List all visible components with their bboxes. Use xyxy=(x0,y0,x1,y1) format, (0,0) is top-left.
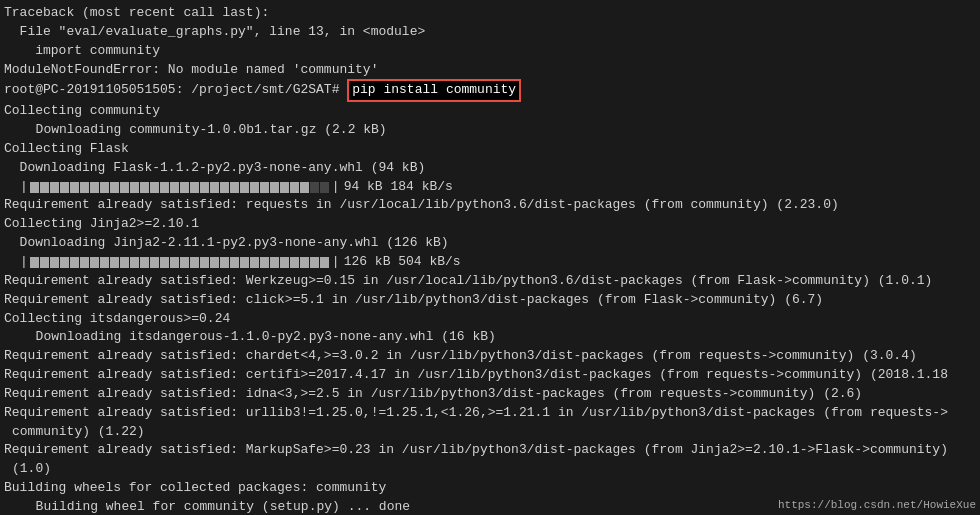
progress-block xyxy=(50,257,59,268)
progress-block xyxy=(60,182,69,193)
terminal-line: Requirement already satisfied: chardet<4… xyxy=(4,347,976,366)
terminal-line: Traceback (most recent call last): xyxy=(4,4,976,23)
progress-block xyxy=(290,257,299,268)
progress-block xyxy=(80,182,89,193)
progress-block xyxy=(80,257,89,268)
progress-block xyxy=(250,257,259,268)
progress-text-line: Downloading Flask-1.1.2-py2.py3-none-any… xyxy=(4,159,976,178)
terminal-line: import community xyxy=(4,42,976,61)
progress-block xyxy=(90,182,99,193)
progress-block xyxy=(210,257,219,268)
terminal-line: File "eval/evaluate_graphs.py", line 13,… xyxy=(4,23,976,42)
terminal-window: Traceback (most recent call last): File … xyxy=(0,0,980,515)
progress-block xyxy=(280,257,289,268)
terminal-line: Requirement already satisfied: Werkzeug>… xyxy=(4,272,976,291)
progress-block xyxy=(130,257,139,268)
progress-block xyxy=(220,182,229,193)
progress-block xyxy=(230,257,239,268)
progress-text-line: Downloading Jinja2-2.11.1-py2.py3-none-a… xyxy=(4,234,976,253)
progress-block xyxy=(140,182,149,193)
progress-block xyxy=(150,182,159,193)
progress-block xyxy=(160,257,169,268)
progress-block xyxy=(190,257,199,268)
terminal-line: Collecting community xyxy=(4,102,976,121)
terminal-line-indent: Downloading community-1.0.0b1.tar.gz (2.… xyxy=(4,121,976,140)
progress-block xyxy=(90,257,99,268)
terminal-line: Collecting Jinja2>=2.10.1 xyxy=(4,215,976,234)
progress-suffix: 94 kB 184 kB/s xyxy=(344,178,453,197)
progress-block xyxy=(30,182,39,193)
terminal-line: Requirement already satisfied: urllib3!=… xyxy=(4,404,976,423)
progress-block xyxy=(310,257,319,268)
progress-block xyxy=(140,257,149,268)
terminal-line: Requirement already satisfied: requests … xyxy=(4,196,976,215)
terminal-line-indent: Downloading itsdangerous-1.1.0-py2.py3-n… xyxy=(4,328,976,347)
progress-block xyxy=(320,257,329,268)
progress-block xyxy=(110,182,119,193)
progress-block xyxy=(170,257,179,268)
watermark: https://blog.csdn.net/HowieXue xyxy=(778,499,976,511)
progress-bar-row: || 94 kB 184 kB/s xyxy=(4,178,976,197)
progress-block xyxy=(70,257,79,268)
progress-block xyxy=(60,257,69,268)
progress-block xyxy=(210,182,219,193)
progress-block xyxy=(110,257,119,268)
terminal-line: Requirement already satisfied: certifi>=… xyxy=(4,366,976,385)
terminal-line: Requirement already satisfied: idna<3,>=… xyxy=(4,385,976,404)
progress-block xyxy=(270,182,279,193)
progress-block xyxy=(170,182,179,193)
progress-block xyxy=(190,182,199,193)
terminal-line: Requirement already satisfied: MarkupSaf… xyxy=(4,441,976,460)
progress-block xyxy=(120,257,129,268)
terminal-line: Collecting Flask xyxy=(4,140,976,159)
progress-block xyxy=(40,257,49,268)
progress-block xyxy=(150,257,159,268)
progress-block xyxy=(180,182,189,193)
progress-block xyxy=(280,182,289,193)
progress-block xyxy=(180,257,189,268)
progress-suffix: 126 kB 504 kB/s xyxy=(344,253,461,272)
progress-block xyxy=(220,257,229,268)
terminal-line-indent2: community) (1.22) xyxy=(4,423,976,442)
progress-block xyxy=(70,182,79,193)
terminal-line: Collecting itsdangerous>=0.24 xyxy=(4,310,976,329)
progress-block xyxy=(200,182,209,193)
progress-block xyxy=(120,182,129,193)
terminal-line-indent2: (1.0) xyxy=(4,460,976,479)
progress-block xyxy=(240,182,249,193)
progress-block xyxy=(270,257,279,268)
progress-block xyxy=(260,182,269,193)
progress-block xyxy=(50,182,59,193)
progress-block xyxy=(320,182,329,193)
progress-block xyxy=(310,182,319,193)
progress-block xyxy=(240,257,249,268)
terminal-line: Requirement already satisfied: click>=5.… xyxy=(4,291,976,310)
progress-block xyxy=(290,182,299,193)
progress-bar-row: || 126 kB 504 kB/s xyxy=(4,253,976,272)
progress-block xyxy=(40,182,49,193)
progress-block xyxy=(230,182,239,193)
progress-block xyxy=(100,182,109,193)
progress-block xyxy=(160,182,169,193)
progress-block xyxy=(260,257,269,268)
highlighted-command: pip install community xyxy=(347,79,521,102)
progress-block xyxy=(130,182,139,193)
command-line: root@PC-20191105051505: /project/smt/G2S… xyxy=(4,79,976,102)
terminal-line: Building wheels for collected packages: … xyxy=(4,479,976,498)
progress-block xyxy=(300,182,309,193)
terminal-line: ModuleNotFoundError: No module named 'co… xyxy=(4,61,976,80)
terminal-output: Traceback (most recent call last): File … xyxy=(4,4,976,515)
progress-block xyxy=(200,257,209,268)
progress-block xyxy=(30,257,39,268)
progress-block xyxy=(300,257,309,268)
progress-block xyxy=(100,257,109,268)
progress-block xyxy=(250,182,259,193)
